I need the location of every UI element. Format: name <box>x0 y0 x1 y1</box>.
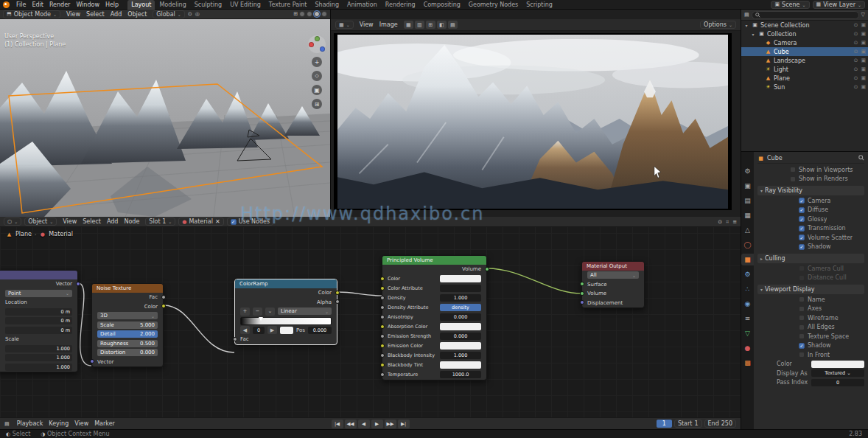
anisotropy-field[interactable]: 0.000 <box>440 313 481 321</box>
timeline-menu-marker[interactable]: Marker <box>91 420 118 427</box>
zoom-button[interactable]: + <box>312 57 322 67</box>
properties-tab-object-data[interactable]: ▽ <box>741 327 754 339</box>
color-ramp-gradient[interactable] <box>240 317 332 325</box>
properties-tab-texture[interactable]: ▩ <box>741 357 754 369</box>
checkbox-transmission[interactable]: ✓ <box>799 226 805 232</box>
render-toggle-2[interactable]: ⊞ <box>426 21 435 29</box>
render-menu-image[interactable]: Image <box>377 21 401 28</box>
next-keyframe-button[interactable]: ▶▶ <box>385 420 396 428</box>
rendered-shading-button[interactable] <box>321 11 327 17</box>
volume-output-socket[interactable] <box>485 267 489 271</box>
timeline-menu-keying[interactable]: Keying <box>46 420 71 427</box>
temperature-field[interactable]: 1000.0 <box>440 371 481 378</box>
color-output-socket[interactable] <box>161 304 166 308</box>
hide-eye-toggle[interactable]: ⊙ <box>854 40 858 46</box>
workspace-tab-scripting[interactable]: Scripting <box>522 0 556 10</box>
render-visibility-toggle[interactable]: ▣ <box>861 66 866 72</box>
ramp-specials-button[interactable]: ⌄ <box>265 307 275 316</box>
vector-input-socket[interactable] <box>90 359 94 364</box>
checkbox-shadow[interactable]: ✓ <box>799 244 805 250</box>
node-menu-add[interactable]: Add <box>104 218 122 225</box>
viewport-menu-add[interactable]: Add <box>108 11 125 18</box>
properties-tab-output[interactable]: ▤ <box>741 195 754 206</box>
noise-roughness-slider[interactable]: Roughness0.500 <box>97 340 158 347</box>
workspace-tab-layout[interactable]: Layout <box>127 0 155 10</box>
render-visibility-toggle[interactable]: ▣ <box>861 49 866 55</box>
blender-logo-icon[interactable] <box>3 1 10 8</box>
properties-tab-material[interactable]: ● <box>741 342 754 354</box>
scene-selector[interactable]: ▣Scene⌄ <box>771 1 809 9</box>
emission-color-input-socket[interactable] <box>380 344 385 348</box>
viewlayer-selector[interactable]: ▦View Layer⌄ <box>813 1 866 9</box>
color-output-socket[interactable] <box>335 291 340 295</box>
snap-magnet-icon[interactable]: ⊙ <box>188 11 192 17</box>
toggle-perspective-button[interactable]: ⊞ <box>312 99 322 109</box>
navigation-gizmo[interactable] <box>308 35 326 53</box>
snapping-icon[interactable]: ⌗ <box>726 219 729 225</box>
hide-eye-toggle[interactable]: ⊙ <box>854 75 858 81</box>
menu-render[interactable]: Render <box>46 1 73 8</box>
filter-icon[interactable]: ▽ <box>861 12 865 18</box>
wireframe-shading-button[interactable] <box>299 11 305 17</box>
fac-output-socket[interactable] <box>161 295 166 299</box>
timeline-menu-view[interactable]: View <box>71 420 91 427</box>
workspace-tab-animation[interactable]: Animation <box>343 0 381 10</box>
axis-y-dot[interactable] <box>315 36 320 41</box>
noise-scale-slider[interactable]: Scale5.000 <box>97 321 158 329</box>
mapping-node[interactable]: Mapping Vector Point⌄ Location0 m0 m0 mS… <box>0 270 78 372</box>
anisotropy-input-socket[interactable] <box>380 315 385 319</box>
pass-index-field[interactable]: 0 <box>811 379 864 386</box>
hide-eye-toggle[interactable]: ⊙ <box>854 49 858 55</box>
jump-to-end-button[interactable]: ▶| <box>398 420 410 428</box>
render-visibility-toggle[interactable]: ▣ <box>861 40 866 46</box>
checkbox-in-front[interactable] <box>799 352 805 358</box>
ramp-stop-marker[interactable] <box>259 317 263 321</box>
use-nodes-checkbox[interactable]: ✓ <box>231 219 237 225</box>
checkbox-shadow[interactable]: ✓ <box>799 343 805 349</box>
properties-tab-modifiers[interactable]: ⚙ <box>741 268 754 280</box>
color-attribute-field[interactable] <box>440 285 481 292</box>
noise-dimensions-dropdown[interactable]: 3D⌄ <box>97 312 158 319</box>
properties-tab-tool[interactable]: ⚙ <box>741 165 754 177</box>
node-menu-node[interactable]: Node <box>121 218 142 225</box>
disclosure-icon[interactable]: ▾ <box>743 23 749 28</box>
disclosure-icon[interactable]: ▾ <box>750 32 756 37</box>
checkbox-glossy[interactable]: ✓ <box>799 216 805 222</box>
noise-detail-slider[interactable]: Detail2.000 <box>97 330 158 338</box>
pin-icon[interactable]: ⊙ <box>718 219 722 225</box>
properties-tab-view-layer[interactable]: ▦ <box>741 209 754 221</box>
solid-shading-button[interactable] <box>307 11 312 17</box>
3d-viewport-canvas[interactable]: User Perspective (1) Collection | Plane … <box>0 19 330 217</box>
properties-tab-physics[interactable]: ◉ <box>741 298 754 310</box>
next-stop-button[interactable]: ▶ <box>267 326 277 334</box>
outliner-row-scene-collection[interactable]: ▾▣Scene Collection⊙▣ <box>741 21 868 29</box>
timeline-menu-playback[interactable]: Playback <box>14 420 46 427</box>
emission-strength-input-socket[interactable] <box>380 334 385 338</box>
outliner-editor-icon[interactable]: ▤ <box>744 12 749 18</box>
stop-color-swatch[interactable] <box>280 327 293 334</box>
close-icon[interactable]: ✕ <box>215 218 220 225</box>
workspace-tab-shading[interactable]: Shading <box>311 0 343 10</box>
material-output-node[interactable]: Material Output All⌄ Surface Volume Disp… <box>581 261 645 308</box>
checkbox-texture-space[interactable] <box>799 333 805 339</box>
outliner-row-collection[interactable]: ▾▣Collection⊙▣ <box>741 29 868 38</box>
remove-stop-button[interactable]: − <box>253 307 262 316</box>
use-nodes-toggle[interactable]: ✓Use Nodes <box>227 218 274 226</box>
camera-view-button[interactable]: ▣ <box>312 85 322 95</box>
density-attribute-input-socket[interactable] <box>380 305 385 310</box>
color-attribute-input-socket[interactable] <box>380 286 385 291</box>
shader-node-editor[interactable]: ⬡⌄ Object⌄ ViewSelectAddNode Slot 1⌄ ●Ma… <box>0 217 741 417</box>
render-visibility-toggle[interactable]: ▣ <box>861 84 866 90</box>
overlays-icon[interactable]: ⊞ <box>293 11 298 17</box>
outliner-row-plane[interactable]: ▲Plane⊙▣ <box>741 74 868 83</box>
slot-dropdown[interactable]: Slot 1⌄ <box>145 218 175 226</box>
section-viewport-display[interactable]: ▾Viewport Display <box>757 285 864 294</box>
display-as-dropdown[interactable]: Textured ⌄ <box>811 369 864 377</box>
mode-dropdown[interactable]: ⬒Object Mode⌄ <box>3 10 60 18</box>
output-target-dropdown[interactable]: All⌄ <box>587 271 639 279</box>
checkbox-diffuse[interactable]: ✓ <box>799 207 805 213</box>
colorramp-node[interactable]: ColorRamp Color Alpha + − ⌄ Linear⌄ ◀ 0 … <box>234 279 337 345</box>
mapping-location-y-field[interactable]: 0 m <box>5 317 72 324</box>
image-editor-type-dropdown[interactable]: ▦⌄ <box>335 21 354 29</box>
render-visibility-toggle[interactable]: ▣ <box>861 22 866 28</box>
